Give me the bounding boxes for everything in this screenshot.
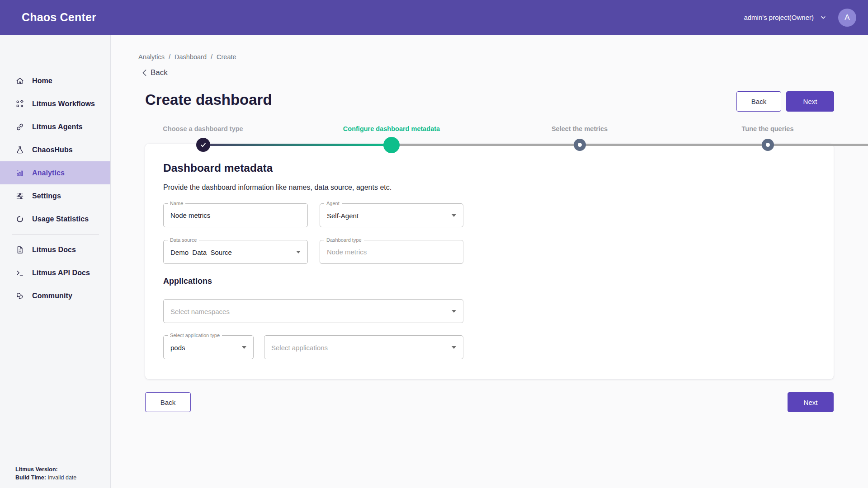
card-title: Dashboard metadata bbox=[163, 162, 273, 174]
sidebar-item-community[interactable]: Community bbox=[0, 284, 110, 307]
sidebar-item-label: Usage Statistics bbox=[32, 215, 89, 223]
breadcrumb: Analytics / Dashboard / Create bbox=[138, 53, 236, 61]
sidebar-item-usage-statistics[interactable]: Usage Statistics bbox=[0, 207, 110, 230]
main-content: Analytics / Dashboard / Create Back Crea… bbox=[111, 35, 868, 488]
step-label-configure-metadata: Configure dashboard metadata bbox=[310, 125, 473, 132]
sidebar-item-analytics[interactable]: Analytics bbox=[0, 161, 110, 184]
sidebar-item-settings[interactable]: Settings bbox=[0, 184, 110, 207]
back-link-label: Back bbox=[151, 68, 168, 77]
dropdown-arrow-icon bbox=[452, 214, 456, 217]
sidebar-item-label: Litmus API Docs bbox=[32, 269, 90, 277]
avatar[interactable]: A bbox=[838, 9, 856, 27]
stepper-track-completed bbox=[203, 144, 392, 146]
community-chat-icon bbox=[15, 291, 24, 300]
name-field[interactable]: Name bbox=[163, 203, 308, 227]
back-button-top[interactable]: Back bbox=[736, 91, 781, 112]
back-button-bottom[interactable]: Back bbox=[145, 392, 191, 412]
build-time-value: Invalid date bbox=[47, 474, 76, 481]
litmus-version-label: Litmus Version: bbox=[15, 466, 58, 473]
namespaces-select[interactable]: Select namespaces bbox=[163, 299, 463, 323]
workflows-icon bbox=[15, 99, 24, 108]
breadcrumb-analytics[interactable]: Analytics bbox=[138, 53, 165, 61]
dropdown-arrow-icon bbox=[452, 346, 456, 349]
home-icon bbox=[15, 76, 24, 85]
sidebar-item-label: Litmus Workflows bbox=[32, 100, 95, 108]
dashboard-type-input[interactable] bbox=[320, 240, 463, 263]
project-selector[interactable]: admin's project(Owner) bbox=[744, 14, 826, 21]
breadcrumb-separator: / bbox=[169, 53, 170, 61]
applications-select[interactable]: Select applications bbox=[264, 335, 463, 359]
topbar-right: admin's project(Owner) A bbox=[744, 9, 856, 27]
dashboard-metadata-card: Dashboard metadata Provide the dashboard… bbox=[145, 144, 834, 379]
application-type-value: pods bbox=[170, 343, 185, 351]
sidebar-item-label: ChaosHubs bbox=[32, 146, 73, 154]
dropdown-arrow-icon bbox=[452, 310, 456, 313]
sidebar-divider bbox=[12, 234, 99, 235]
build-time-label: Build Time: bbox=[15, 474, 46, 481]
step-indicator-pending-3 bbox=[574, 139, 586, 151]
data-source-select-label: Data source bbox=[168, 237, 199, 243]
sidebar-item-litmus-docs[interactable]: Litmus Docs bbox=[0, 238, 110, 261]
next-button-top[interactable]: Next bbox=[786, 91, 834, 112]
step-label-tune-queries: Tune the queries bbox=[686, 125, 849, 132]
dropdown-arrow-icon bbox=[296, 251, 301, 253]
breadcrumb-create[interactable]: Create bbox=[217, 53, 236, 61]
page: Chaos Center admin's project(Owner) A Ho… bbox=[0, 0, 868, 488]
card-subtitle: Provide the dashboard information like n… bbox=[163, 183, 392, 192]
terminal-icon bbox=[15, 268, 24, 277]
sidebar-item-label: Analytics bbox=[32, 169, 65, 177]
back-link[interactable]: Back bbox=[142, 68, 168, 77]
agents-link-icon bbox=[15, 122, 24, 131]
agent-select-label: Agent bbox=[324, 201, 342, 206]
avatar-initial: A bbox=[844, 13, 849, 22]
sidebar: Home Litmus Workflows Litmus Agents Chao… bbox=[0, 35, 111, 488]
sidebar-item-label: Home bbox=[32, 77, 52, 85]
step-indicator-completed bbox=[196, 138, 210, 152]
app-title: Chaos Center bbox=[22, 11, 96, 24]
step-indicator-active bbox=[383, 137, 400, 153]
data-source-select-value: Demo_Data_Source bbox=[170, 248, 232, 256]
sidebar-footer: Litmus Version: Build Time: Invalid date bbox=[15, 465, 76, 482]
applications-heading: Applications bbox=[163, 277, 212, 286]
applications-placeholder: Select applications bbox=[271, 343, 328, 351]
agent-select[interactable]: Agent Self-Agent bbox=[320, 203, 463, 227]
sidebar-item-label: Settings bbox=[32, 192, 61, 200]
sidebar-item-label: Litmus Agents bbox=[32, 123, 83, 131]
dashboard-type-field[interactable]: Dashboard type bbox=[320, 240, 463, 264]
step-label-select-metrics: Select the metrics bbox=[498, 125, 661, 132]
chevron-left-icon bbox=[142, 69, 147, 76]
sliders-icon bbox=[15, 192, 24, 201]
application-type-select[interactable]: Select application type pods bbox=[163, 335, 254, 359]
step-indicator-pending-4 bbox=[762, 139, 774, 151]
dropdown-arrow-icon bbox=[242, 346, 246, 349]
sidebar-item-home[interactable]: Home bbox=[0, 69, 110, 92]
namespaces-placeholder: Select namespaces bbox=[170, 307, 230, 315]
sidebar-item-litmus-agents[interactable]: Litmus Agents bbox=[0, 115, 110, 138]
page-title: Create dashboard bbox=[145, 91, 272, 108]
sidebar-item-litmus-workflows[interactable]: Litmus Workflows bbox=[0, 92, 110, 115]
project-name: admin's project(Owner) bbox=[744, 14, 814, 21]
sidebar-item-litmus-api-docs[interactable]: Litmus API Docs bbox=[0, 261, 110, 284]
topbar: Chaos Center admin's project(Owner) A bbox=[0, 0, 868, 35]
name-input[interactable] bbox=[164, 204, 307, 227]
chevron-down-icon bbox=[820, 14, 826, 21]
flask-icon bbox=[15, 145, 24, 155]
sidebar-item-label: Litmus Docs bbox=[32, 246, 76, 254]
breadcrumb-separator: / bbox=[211, 53, 212, 61]
document-icon bbox=[15, 245, 24, 254]
check-icon bbox=[200, 141, 207, 148]
usage-statistics-icon bbox=[15, 215, 24, 224]
data-source-select[interactable]: Data source Demo_Data_Source bbox=[163, 240, 308, 264]
analytics-chart-icon bbox=[15, 169, 24, 178]
agent-select-value: Self-Agent bbox=[327, 211, 359, 219]
application-type-label: Select application type bbox=[168, 333, 222, 338]
step-label-choose-type: Choose a dashboard type bbox=[122, 125, 284, 132]
breadcrumb-dashboard[interactable]: Dashboard bbox=[175, 53, 207, 61]
stepper-track-pending bbox=[392, 144, 868, 146]
next-button-bottom[interactable]: Next bbox=[788, 392, 834, 412]
sidebar-item-chaoshubs[interactable]: ChaosHubs bbox=[0, 138, 110, 161]
sidebar-item-label: Community bbox=[32, 292, 72, 300]
